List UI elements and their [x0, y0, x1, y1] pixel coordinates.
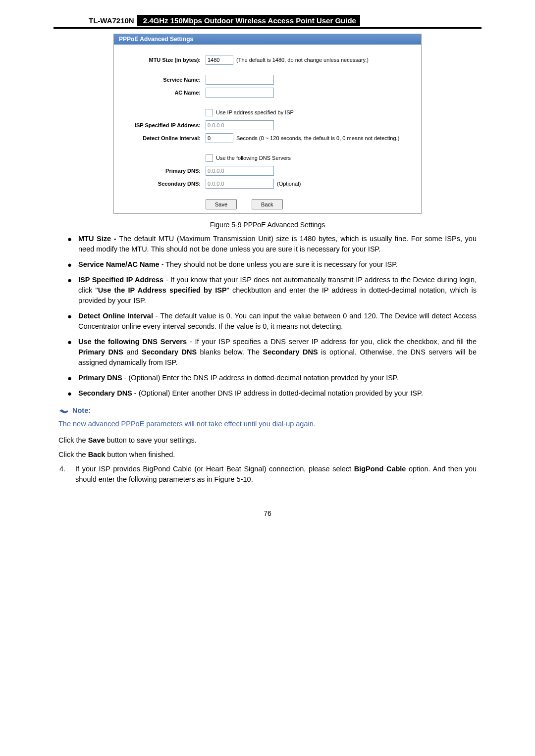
primary-dns-label: Primary DNS: [119, 168, 206, 174]
doc-title: 2.4GHz 150Mbps Outdoor Wireless Access P… [137, 15, 360, 26]
detect-interval-label: Detect Online Interval: [119, 135, 206, 141]
mtu-label: MTU Size (in bytes): [119, 57, 206, 63]
secondary-dns-note: (Optional) [277, 181, 301, 187]
ac-name-label: AC Name: [119, 90, 206, 96]
header-rule [54, 27, 482, 29]
service-name-label: Service Name: [119, 77, 206, 83]
service-name-input[interactable] [206, 75, 274, 85]
isp-ip-label: ISP Specified IP Address: [119, 122, 206, 128]
figure-caption: Figure 5-9 PPPoE Advanced Settings [54, 221, 482, 229]
bullet-mtu: MTU Size - The default MTU (Maximum Tran… [67, 234, 477, 254]
model-number: TL-WA7210N [86, 15, 137, 26]
use-dns-label: Use the following DNS Servers [216, 155, 291, 161]
bullet-primary-dns: Primary DNS - (Optional) Enter the DNS I… [67, 373, 477, 383]
bullet-service-ac: Service Name/AC Name - They should not b… [67, 259, 477, 270]
bullet-secondary-dns: Secondary DNS - (Optional) Enter another… [67, 388, 477, 399]
hand-point-icon [58, 407, 69, 415]
mtu-input[interactable] [206, 55, 233, 65]
back-instruction: Click the Back button when finished. [58, 450, 477, 460]
pppoe-settings-panel: PPPoE Advanced Settings MTU Size (in byt… [113, 34, 422, 214]
bullet-isp-ip: ISP Specified IP Address - If you know t… [67, 275, 477, 306]
list-item-4: If your ISP provides BigPond Cable (or H… [67, 464, 477, 485]
use-isp-ip-checkbox[interactable] [206, 109, 213, 116]
bullet-detect: Detect Online Interval - The default val… [67, 311, 477, 332]
panel-title: PPPoE Advanced Settings [114, 34, 421, 45]
primary-dns-input[interactable] [206, 166, 274, 176]
use-dns-checkbox[interactable] [206, 154, 213, 162]
save-instruction: Click the Save button to save your setti… [58, 435, 477, 446]
mtu-note: (The default is 1480, do not change unle… [236, 57, 369, 63]
back-button[interactable]: Back [252, 199, 282, 209]
ac-name-input[interactable] [206, 88, 274, 98]
save-button[interactable]: Save [206, 199, 237, 209]
detect-interval-note: Seconds (0 ~ 120 seconds, the default is… [236, 135, 399, 141]
note-heading: Note: [58, 405, 477, 416]
use-isp-ip-label: Use IP address specified by ISP [216, 109, 294, 115]
secondary-dns-input[interactable] [206, 179, 274, 189]
page-number: 76 [54, 509, 482, 517]
secondary-dns-label: Secondary DNS: [119, 181, 206, 187]
detect-interval-input[interactable] [206, 133, 233, 143]
bullet-use-dns: Use the following DNS Servers - If your … [67, 337, 477, 368]
note-text: The new advanced PPPoE parameters will n… [58, 419, 477, 429]
isp-ip-input[interactable] [206, 120, 274, 130]
